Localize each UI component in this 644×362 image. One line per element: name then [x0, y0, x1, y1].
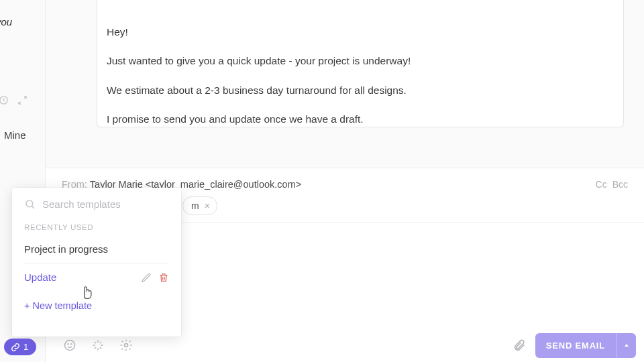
template-search-placeholder: Search templates	[42, 198, 121, 210]
expand-icon[interactable]	[17, 95, 28, 108]
template-item[interactable]: Project in progress	[12, 235, 181, 263]
send-email-button[interactable]: SEND EMAIL	[535, 333, 616, 358]
template-search-input[interactable]: Search templates	[12, 198, 181, 218]
recipient-chip-text: m	[191, 200, 199, 211]
templates-popover: Search templates RECENTLY USED Project i…	[12, 188, 181, 337]
svg-point-5	[71, 344, 72, 345]
template-edit-icon[interactable]	[141, 272, 152, 283]
message-line: Hey!	[107, 24, 614, 40]
emoji-icon[interactable]	[63, 339, 76, 352]
template-delete-icon[interactable]	[158, 272, 169, 283]
tab-mine[interactable]: Mine	[4, 129, 26, 141]
message-body-card: Hey! Just wanted to give you a quick upd…	[97, 0, 624, 127]
cursor-icon	[80, 286, 94, 303]
svg-line-2	[32, 206, 34, 208]
gear-icon[interactable]	[119, 339, 133, 352]
svg-point-3	[65, 341, 75, 351]
message-line: We estimate about a 2-3 business day tur…	[107, 82, 614, 98]
svg-point-6	[125, 344, 128, 347]
link-count: 1	[23, 342, 28, 352]
new-template-button[interactable]: + New template	[12, 291, 181, 312]
cc-button[interactable]: Cc	[596, 179, 607, 190]
template-item-name: Update	[24, 272, 134, 283]
template-item-name: Project in progress	[24, 243, 169, 255]
template-item[interactable]: Update	[12, 263, 181, 291]
recipient-chip[interactable]: m ×	[182, 196, 217, 215]
attachment-icon[interactable]	[513, 339, 526, 352]
svg-point-4	[68, 344, 68, 345]
chip-remove-icon[interactable]: ×	[205, 200, 210, 211]
message-line: Just wanted to give you a quick update -…	[107, 53, 614, 68]
send-dropdown-icon[interactable]	[616, 333, 636, 358]
link-count-pill[interactable]: 1	[4, 339, 36, 355]
sparkle-icon[interactable]	[91, 339, 105, 352]
svg-point-1	[26, 200, 33, 207]
left-italic-text: you	[0, 16, 12, 27]
template-section-label: RECENTLY USED	[12, 218, 181, 235]
message-line: I promise to send you and update once we…	[107, 111, 614, 127]
search-icon	[24, 198, 36, 210]
clock-icon[interactable]	[0, 95, 9, 108]
link-icon	[11, 343, 20, 352]
bcc-button[interactable]: Bcc	[612, 179, 628, 190]
